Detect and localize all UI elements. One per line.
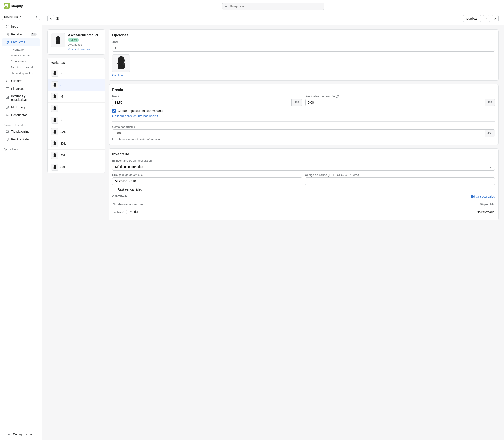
cost-note: Los clientes no verán esta información: [112, 138, 495, 141]
page-header: S Duplicar: [42, 13, 504, 25]
svg-rect-11: [8, 96, 9, 99]
back-button[interactable]: [47, 15, 54, 22]
sidebar-item-label-inicio: Inicio: [11, 25, 18, 28]
left-column: A wonderful product Activo 9 variantes V…: [47, 29, 105, 436]
sku-input[interactable]: [112, 178, 302, 185]
sales-channels-section: Canales de ventas › Tienda online Point …: [0, 120, 42, 144]
apps-section: Aplicaciones ›: [0, 144, 42, 153]
apps-label[interactable]: Aplicaciones ›: [0, 146, 42, 152]
variant-thumbnail-2xl: [51, 128, 58, 135]
sidebar-item-inicio[interactable]: Inicio: [2, 23, 40, 30]
sku-field-group: SKU (código de artículo): [112, 173, 302, 185]
variant-item-3xl[interactable]: 3XL: [48, 138, 105, 150]
tax-checkbox[interactable]: [112, 109, 116, 112]
product-variants-count: 9 variantes: [68, 43, 98, 46]
sidebar-item-tienda-online[interactable]: Tienda online: [2, 128, 40, 135]
sales-channels-label[interactable]: Canales de ventas ›: [0, 122, 42, 128]
variant-image-section: Cambiar: [112, 54, 495, 77]
variant-label-3xl: 3XL: [60, 142, 66, 145]
app-badge: Aplicación: [113, 210, 127, 214]
variant-item-2xl[interactable]: 2XL: [48, 126, 105, 138]
sidebar-item-label-tienda: Tienda online: [11, 130, 30, 133]
sidebar-item-clientes[interactable]: Clientes: [2, 77, 40, 85]
sidebar-item-label-descuentos: Descuentos: [11, 113, 27, 117]
page-title: S: [56, 16, 59, 21]
shopify-logo-text: shopify: [11, 4, 23, 8]
home-icon: [5, 25, 9, 28]
sidebar-item-pedidos[interactable]: Pedidos 27: [2, 31, 40, 38]
option-size-label: Size: [112, 40, 495, 43]
edit-branches-link[interactable]: Editar sucursales: [471, 195, 495, 198]
sidebar-item-configuracion[interactable]: Configuración: [3, 430, 38, 438]
cost-input[interactable]: [112, 130, 485, 137]
sidebar-item-label-productos: Productos: [11, 40, 25, 44]
svg-rect-51: [53, 144, 56, 145]
svg-rect-45: [53, 120, 56, 122]
subnav-tarjetas[interactable]: Tarjetas de regalo: [9, 65, 42, 70]
options-card: Opciones Size S: [108, 29, 499, 81]
change-image-link[interactable]: Cambiar: [112, 74, 123, 77]
back-to-product-link[interactable]: Volver al producto: [68, 47, 91, 51]
pos-icon: [5, 137, 9, 141]
sidebar-item-label-pedidos: Pedidos: [11, 33, 22, 36]
variant-thumbnail-s: [51, 81, 58, 88]
sidebar-item-label-configuracion: Configuración: [13, 432, 32, 436]
track-qty-checkbox[interactable]: [112, 188, 116, 191]
variants-title: Variantes: [48, 58, 105, 67]
variant-item-xl[interactable]: XL: [48, 114, 105, 126]
price-input[interactable]: [112, 99, 292, 106]
sidebar-item-pos[interactable]: Point of Sale: [2, 136, 40, 143]
track-qty-label: Rastrear cantidad: [118, 188, 142, 191]
variant-item-l[interactable]: L: [48, 103, 105, 114]
cost-field: Costo por artículo US$ Los clientes no v…: [112, 125, 495, 141]
variant-label-s: S: [60, 83, 62, 87]
prev-button[interactable]: [483, 15, 490, 22]
topbar: [42, 0, 504, 13]
storage-select[interactable]: Múltiples sucursales: [112, 163, 495, 171]
sku-barcode-row: SKU (código de artículo) Código de barra…: [112, 173, 495, 185]
cost-currency: US$: [485, 130, 495, 137]
sidebar-item-informes[interactable]: Informes y estadísticas: [2, 93, 40, 103]
variant-item-5xl[interactable]: 5XL: [48, 161, 105, 173]
variant-item-m[interactable]: M: [48, 91, 105, 103]
chevron-right-icon: ›: [38, 124, 38, 127]
sidebar-item-productos[interactable]: Productos: [2, 38, 40, 46]
storage-label: El inventario se almacenará en: [112, 159, 495, 162]
sidebar-item-descuentos[interactable]: Descuentos: [2, 111, 40, 119]
svg-rect-39: [53, 96, 56, 98]
sidebar-item-marketing[interactable]: Marketing: [2, 103, 40, 111]
barcode-input[interactable]: [305, 178, 495, 185]
variant-item-4xl[interactable]: 4XL: [48, 150, 105, 161]
customers-icon: [5, 79, 9, 83]
variant-thumbnail-xl: [51, 117, 58, 124]
settings-icon: [7, 432, 11, 436]
next-button[interactable]: [491, 15, 499, 22]
subnav-inventario[interactable]: Inventario: [9, 46, 42, 53]
subnav-colecciones[interactable]: Colecciones: [9, 58, 42, 65]
variant-item-s[interactable]: S: [48, 79, 105, 91]
price-field: Precio US$: [112, 95, 302, 106]
subnav-transferencias[interactable]: Transferencias: [9, 53, 42, 58]
subnav-listas[interactable]: Listas de precios: [9, 70, 42, 76]
svg-rect-42: [53, 108, 56, 110]
price-input-wrapper: US$: [112, 99, 302, 106]
table-row: Aplicación Printful No rastreado: [113, 208, 494, 216]
online-store-icon: [5, 130, 9, 134]
store-selector[interactable]: kievins-test-7 ▼: [2, 14, 40, 20]
sidebar-header: shopify: [0, 0, 42, 12]
price-card: Precio Precio US$ Pr: [108, 84, 499, 145]
store-selector-arrow-icon: ▼: [35, 15, 38, 18]
variant-item-xs[interactable]: XS: [48, 67, 105, 79]
search-input[interactable]: [222, 3, 324, 10]
page-header-right: Duplicar: [463, 15, 499, 22]
variant-image-preview: [112, 54, 130, 72]
variant-label-xs: XS: [60, 71, 65, 75]
option-size-value: S: [112, 44, 495, 52]
variant-thumbnail-m: [51, 93, 58, 100]
svg-point-6: [7, 80, 8, 81]
international-prices-link[interactable]: Gestionar precios internacionales: [112, 114, 158, 118]
compare-price-input[interactable]: [305, 99, 485, 106]
sidebar-item-finanzas[interactable]: Finanzas: [2, 85, 40, 92]
duplicate-button[interactable]: Duplicar: [463, 15, 481, 22]
store-name: kievins-test-7: [4, 15, 21, 18]
